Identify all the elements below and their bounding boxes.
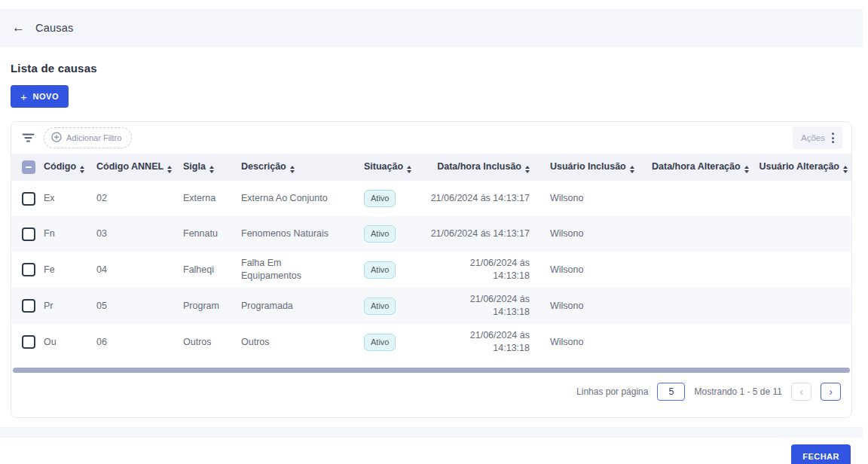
new-button-label: NOVO — [32, 92, 59, 101]
table-row: Ex02ExternaExterna Ao ConjuntoAtivo21/06… — [11, 181, 852, 216]
cell-situacao: Ativo — [364, 181, 417, 216]
cell-codigo_annel: 05 — [96, 288, 183, 324]
section-title: Lista de causas — [11, 62, 852, 75]
page-header: ← Causas — [0, 9, 863, 47]
cell-usuario_inclusao: Wilsono — [539, 324, 652, 360]
column-header-data_inclusao[interactable]: Data/hora Inclusão — [417, 154, 539, 181]
table-row: Fe04FalheqiFalha Em EquipamentosAtivo21/… — [11, 252, 852, 288]
cell-situacao: Ativo — [364, 288, 417, 324]
column-header-codigo_annel[interactable]: Código ANNEL — [96, 154, 183, 181]
column-header-label: Usuário Inclusão — [550, 161, 626, 172]
footer-bar: FECHAR — [0, 438, 863, 464]
row-checkbox-cell — [11, 288, 44, 324]
cell-usuario_alteracao — [750, 288, 852, 324]
row-checkbox[interactable] — [22, 335, 35, 349]
column-header-usuario_inclusao[interactable]: Usuário Inclusão — [539, 154, 652, 181]
row-checkbox[interactable] — [22, 263, 35, 276]
cell-codigo: Ou — [44, 324, 96, 360]
cell-codigo_annel: 02 — [96, 181, 183, 216]
column-header-situacao[interactable]: Situação — [364, 154, 417, 181]
cell-situacao: Ativo — [364, 252, 417, 288]
close-button[interactable]: FECHAR — [791, 444, 851, 464]
rows-per-page-input[interactable] — [657, 383, 685, 401]
table-row: Ou06OutrosOutrosAtivo21/06/2024 ás 14:13… — [11, 324, 852, 360]
column-header-sigla[interactable]: Sigla — [183, 154, 241, 181]
status-badge: Ativo — [364, 190, 396, 207]
section-divider — [0, 427, 863, 438]
column-header-usuario_alteracao[interactable]: Usuário Alteração — [750, 154, 852, 181]
cell-sigla: Fennatu — [183, 216, 241, 252]
cell-data_alteracao — [652, 252, 750, 288]
cell-descricao: Falha Em Equipamentos — [241, 252, 364, 288]
row-checkbox-cell — [11, 252, 44, 288]
row-checkbox[interactable] — [22, 299, 35, 313]
filter-bar: Adicionar Filtro Ações — [11, 122, 851, 154]
cell-codigo: Fn — [44, 216, 96, 252]
column-header-descricao[interactable]: Descrição — [241, 154, 364, 181]
header-checkbox-cell — [11, 154, 44, 181]
sort-icon — [167, 166, 172, 173]
previous-page-button[interactable]: ‹ — [791, 383, 811, 401]
table-row: Pr05ProgramProgramadaAtivo21/06/2024 ás … — [11, 288, 852, 324]
column-header-codigo[interactable]: Código — [44, 154, 96, 181]
cell-sigla: Outros — [183, 324, 241, 360]
sort-icon — [290, 166, 295, 173]
causas-table: CódigoCódigo ANNELSiglaDescriçãoSituação… — [11, 154, 852, 360]
sort-icon — [407, 166, 411, 173]
cell-usuario_alteracao — [750, 252, 852, 288]
status-badge: Ativo — [364, 298, 396, 315]
filter-list-icon[interactable] — [22, 133, 35, 143]
row-checkbox-cell — [11, 324, 44, 360]
table-row: Fn03FennatuFenomenos NaturaisAtivo21/06/… — [11, 216, 852, 252]
column-header-label: Usuário Alteração — [759, 161, 839, 172]
next-page-button[interactable]: › — [821, 383, 841, 401]
table-body: Ex02ExternaExterna Ao ConjuntoAtivo21/06… — [11, 181, 852, 360]
cell-codigo: Fe — [44, 252, 96, 288]
status-badge: Ativo — [364, 261, 396, 279]
column-header-data_alteracao[interactable]: Data/hora Alteração — [652, 154, 750, 181]
add-filter-button[interactable]: Adicionar Filtro — [44, 127, 132, 148]
add-filter-label: Adicionar Filtro — [66, 133, 121, 142]
cell-situacao: Ativo — [364, 216, 417, 252]
sort-icon — [843, 166, 848, 173]
page-title: Causas — [35, 22, 73, 34]
cell-codigo_annel: 06 — [96, 324, 183, 360]
column-header-label: Código ANNEL — [96, 161, 164, 172]
table-card: Adicionar Filtro Ações CódigoCódigo ANNE… — [11, 121, 852, 418]
cell-data_alteracao — [652, 181, 750, 216]
cell-descricao: Outros — [241, 324, 364, 360]
cell-descricao: Fenomenos Naturais — [241, 216, 364, 252]
cell-codigo_annel: 03 — [96, 216, 183, 252]
scrollbar-thumb[interactable] — [13, 368, 850, 373]
cell-usuario_alteracao — [750, 181, 852, 216]
top-spacer — [0, 0, 863, 9]
cell-situacao: Ativo — [364, 324, 417, 360]
new-button[interactable]: + NOVO — [11, 85, 69, 108]
showing-range-label: Mostrando 1 - 5 de 11 — [694, 386, 782, 397]
cell-data_inclusao: 21/06/2024 ás 14:13:18 — [417, 252, 539, 288]
cell-sigla: Program — [183, 288, 241, 324]
column-header-label: Sigla — [183, 161, 206, 172]
actions-button[interactable]: Ações — [793, 127, 842, 149]
cell-sigla: Falheqi — [183, 252, 241, 288]
column-header-label: Data/hora Alteração — [652, 161, 741, 172]
status-badge: Ativo — [364, 225, 396, 243]
pagination: Linhas por página Mostrando 1 - 5 de 11 … — [11, 373, 851, 417]
row-checkbox-cell — [11, 181, 44, 216]
plus-icon: + — [20, 91, 27, 102]
row-checkbox-cell — [11, 216, 44, 252]
row-checkbox[interactable] — [22, 227, 35, 241]
page-content: ← Causas Lista de causas + NOVO — [0, 0, 863, 464]
cell-codigo_annel: 04 — [96, 252, 183, 288]
row-checkbox[interactable] — [22, 192, 35, 206]
rows-per-page-label: Linhas por página — [576, 386, 648, 397]
select-all-checkbox[interactable] — [22, 160, 35, 174]
cell-usuario_inclusao: Wilsono — [539, 216, 652, 252]
kebab-menu-icon — [832, 133, 834, 143]
column-header-label: Data/hora Inclusão — [437, 161, 521, 172]
cell-data_inclusao: 21/06/2024 ás 14:13:17 — [417, 216, 539, 252]
column-header-label: Situação — [364, 161, 403, 172]
cell-codigo: Pr — [44, 288, 96, 324]
status-badge: Ativo — [364, 334, 396, 351]
back-arrow-icon[interactable]: ← — [12, 21, 25, 34]
